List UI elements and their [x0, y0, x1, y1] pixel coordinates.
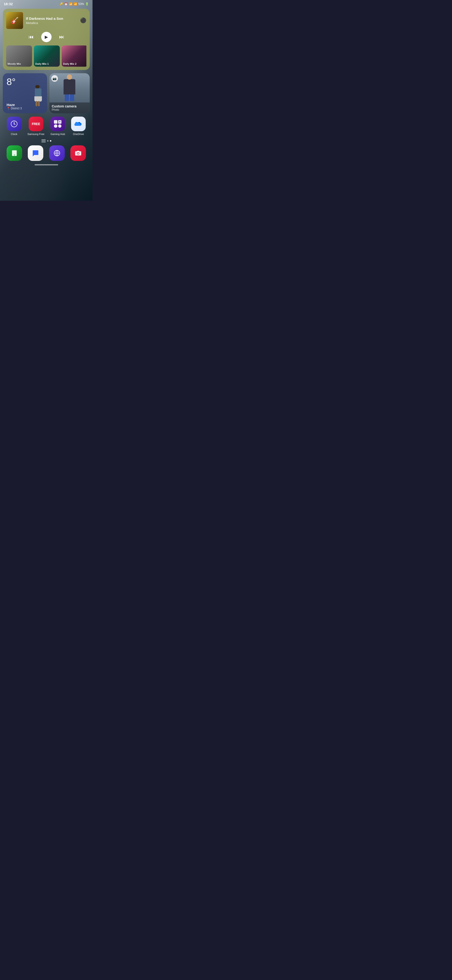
svg-point-11	[78, 153, 79, 154]
daily-mix-2-label: Daily Mix 2	[63, 62, 76, 65]
gaming-grid-icon: ✕	[54, 120, 62, 128]
figure-leg-left	[36, 101, 37, 106]
clock-display: 18:32	[4, 2, 13, 6]
track-title: If Darkness Had a Son	[26, 16, 77, 21]
page-indicators	[0, 139, 92, 143]
dock-messages[interactable]	[28, 145, 43, 161]
gaming-hub-icon: ✕	[51, 117, 65, 131]
camera-label: Custom camera	[52, 104, 87, 108]
svg-point-4	[14, 154, 15, 156]
next-button[interactable]: ⏭	[59, 34, 64, 40]
ind-line-2	[41, 141, 46, 141]
camera-overlay-top: 📷	[51, 75, 58, 82]
alarm-icon: ⏰	[64, 2, 68, 6]
spotify-widget[interactable]: 🎸 If Darkness Had a Son Metallica ⚫ ⏮ ▶ …	[3, 9, 90, 70]
now-playing-section: 🎸 If Darkness Had a Son Metallica ⚫	[6, 12, 86, 29]
home-pill[interactable]	[35, 164, 58, 165]
dock-camera-app[interactable]	[70, 145, 86, 161]
onedrive-label: OneDrive	[73, 133, 84, 135]
weather-figure	[32, 85, 45, 106]
location-pin-icon: 📍	[6, 107, 10, 110]
status-bar: 18:32 🔑 ⏰ 📶 📶 53% 🔋	[0, 0, 92, 7]
daily-mix-1-label: Daily Mix 1	[35, 62, 49, 65]
status-icons: 🔑 ⏰ 📶 📶 53% 🔋	[60, 2, 89, 6]
playlist-row: Moody Mix Daily Mix 1 Daily Mix 2 Discov…	[6, 46, 86, 67]
person-leg-left	[65, 94, 69, 101]
clock-app-label: Clock	[11, 133, 17, 135]
figure-dress	[34, 96, 42, 102]
middle-section: 8° Haze 📍 District 3	[3, 73, 90, 113]
app-gaming-hub[interactable]: ✕ Gaming Hub	[51, 117, 65, 135]
ind-line-3	[41, 142, 46, 142]
samsung-free-text: FREE	[32, 122, 40, 126]
playlist-daily-mix-2[interactable]: Daily Mix 2	[62, 46, 86, 67]
samsung-free-label: Samsung Free	[27, 133, 44, 135]
app-clock[interactable]: Clock	[7, 117, 21, 135]
app-samsung-free[interactable]: FREE Samsung Free	[27, 117, 44, 135]
battery-icon: 🔋	[85, 2, 89, 6]
app-icons-row: Clock FREE Samsung Free ✕ Gaming Hu	[4, 117, 89, 135]
weather-widget[interactable]: 8° Haze 📍 District 3	[3, 73, 47, 113]
person-body	[63, 79, 75, 94]
photo-person	[61, 75, 78, 100]
moody-mix-label: Moody Mix	[8, 62, 21, 65]
track-artist: Metallica	[26, 21, 77, 25]
key-icon: 🔑	[60, 2, 63, 6]
weather-location: 📍 District 3	[6, 107, 22, 110]
person-leg-right	[70, 94, 74, 101]
spotify-logo: ⚫	[80, 18, 86, 24]
play-pause-button[interactable]: ▶	[41, 32, 52, 42]
camera-icon: 📷	[51, 75, 58, 82]
home-screen: 18:32 🔑 ⏰ 📶 📶 53% 🔋 🎸 If Darkness Had a …	[0, 0, 92, 201]
clock-icon	[7, 117, 21, 131]
svg-point-3	[14, 123, 14, 124]
dock-browser[interactable]	[49, 145, 65, 161]
samsung-free-indicator	[41, 139, 46, 143]
playlist-moody-mix[interactable]: Moody Mix	[6, 46, 32, 67]
signal-icon: 📶	[74, 2, 77, 6]
ind-line-1	[41, 140, 46, 140]
gaming-hub-label: Gaming Hub	[51, 133, 65, 135]
person-legs	[61, 94, 78, 101]
weather-condition: Haze 📍 District 3	[6, 103, 22, 110]
prev-button[interactable]: ⏮	[29, 34, 34, 40]
playlist-daily-mix-1[interactable]: Daily Mix 1	[34, 46, 60, 67]
camera-sublabel: Photo	[52, 108, 87, 111]
wifi-icon: 📶	[69, 2, 73, 6]
battery-display: 53%	[78, 2, 84, 6]
camera-widget[interactable]: 📷 Custom camera Photo	[49, 73, 90, 113]
track-info: If Darkness Had a Son Metallica	[26, 16, 77, 25]
location-text: District 3	[11, 107, 22, 110]
album-art-image: 🎸	[6, 12, 23, 29]
home-bar	[0, 161, 92, 167]
figure-leg-right	[38, 101, 40, 106]
samsung-free-icon: FREE	[29, 117, 43, 131]
dock	[4, 145, 89, 161]
dock-phone[interactable]	[6, 145, 22, 161]
svg-rect-12	[77, 151, 79, 152]
person-head	[67, 75, 72, 80]
album-art: 🎸	[6, 12, 23, 29]
app-onedrive[interactable]: OneDrive	[71, 117, 86, 135]
page-dot-inactive	[47, 140, 49, 142]
camera-overlay-bottom: Custom camera Photo	[49, 102, 90, 113]
playback-controls: ⏮ ▶ ⏭	[6, 32, 86, 42]
condition-text: Haze	[6, 103, 22, 107]
page-dot-active	[50, 140, 51, 142]
onedrive-icon	[71, 117, 86, 131]
